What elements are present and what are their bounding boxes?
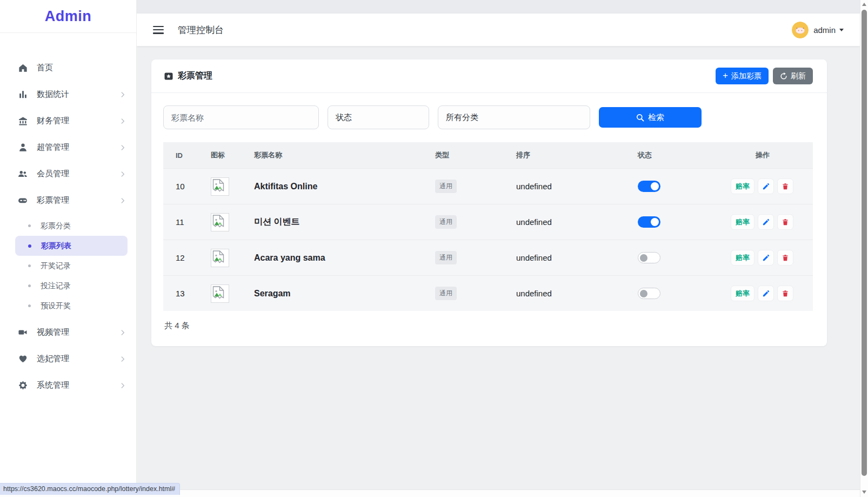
sidebar-subitem[interactable]: 投注记录 bbox=[15, 276, 128, 296]
chevron-right-icon bbox=[119, 355, 126, 363]
users-icon bbox=[17, 169, 28, 180]
row-type-cell: 通用 bbox=[435, 251, 516, 264]
lottery-table: ID图标彩票名称类型排序状态操作 10Aktifitas Online通用und… bbox=[163, 142, 813, 311]
bullet-icon bbox=[28, 304, 31, 307]
row-type-cell: 通用 bbox=[435, 287, 516, 300]
pencil-icon bbox=[762, 182, 770, 190]
video-icon bbox=[17, 327, 28, 338]
type-badge: 通用 bbox=[435, 215, 457, 229]
table-row: 13Seragam通用undefined赔率 bbox=[163, 275, 813, 311]
row-sort: undefined bbox=[516, 217, 638, 227]
row-actions: 赔率 bbox=[731, 286, 813, 301]
edit-button[interactable] bbox=[758, 178, 774, 194]
pencil-icon bbox=[762, 289, 770, 297]
odds-button[interactable]: 赔率 bbox=[731, 178, 755, 194]
sidebar-item-1[interactable]: 数据统计 bbox=[0, 81, 136, 108]
sidebar-item-label: 系统管理 bbox=[37, 380, 119, 390]
sidebar-item-label: 彩票管理 bbox=[37, 195, 119, 206]
sidebar-item-2[interactable]: 财务管理 bbox=[0, 108, 136, 134]
type-badge: 通用 bbox=[435, 180, 457, 193]
chevron-right-icon bbox=[119, 144, 126, 151]
sidebar-item-label: 超管管理 bbox=[37, 142, 119, 153]
scroll-up-arrow-icon[interactable] bbox=[862, 3, 866, 6]
delete-button[interactable] bbox=[777, 286, 793, 301]
table-row: 11미션 이벤트通用undefined赔率 bbox=[163, 204, 813, 240]
sidebar-subitem-label: 预设开奖 bbox=[41, 301, 71, 311]
row-actions: 赔率 bbox=[731, 178, 813, 194]
lottery-management-card: 彩票管理 + 添加彩票 刷新 bbox=[151, 59, 827, 346]
delete-button[interactable] bbox=[777, 178, 793, 194]
odds-button[interactable]: 赔率 bbox=[731, 250, 755, 266]
status-toggle[interactable] bbox=[638, 288, 660, 299]
refresh-icon bbox=[780, 72, 787, 80]
row-id: 10 bbox=[163, 182, 211, 191]
broken-image-icon bbox=[211, 213, 229, 231]
vertical-scrollbar[interactable] bbox=[860, 0, 868, 497]
toggle-knob bbox=[651, 218, 659, 226]
card-header: 彩票管理 + 添加彩票 刷新 bbox=[151, 59, 827, 93]
lottery-name: 미션 이벤트 bbox=[254, 216, 435, 228]
sidebar-item-8[interactable]: 系统管理 bbox=[0, 372, 136, 399]
edit-button[interactable] bbox=[758, 250, 774, 266]
sidebar-submenu: 彩票分类彩票列表开奖记录投注记录预设开奖 bbox=[0, 214, 136, 319]
pencil-icon bbox=[762, 218, 770, 226]
row-icon-cell bbox=[211, 177, 254, 196]
add-lottery-button[interactable]: + 添加彩票 bbox=[716, 68, 769, 84]
sidebar-item-0[interactable]: 首页 bbox=[0, 55, 136, 81]
total-count: 共 4 条 bbox=[151, 311, 827, 344]
lottery-name: Aktifitas Online bbox=[254, 182, 435, 191]
row-type-cell: 通用 bbox=[435, 180, 516, 193]
row-id: 13 bbox=[163, 289, 211, 298]
sidebar-subitem[interactable]: 开奖记录 bbox=[15, 256, 128, 276]
user-menu[interactable]: admin bbox=[792, 22, 844, 38]
refresh-button[interactable]: 刷新 bbox=[773, 68, 813, 84]
sidebar-item-4[interactable]: 会员管理 bbox=[0, 161, 136, 187]
chevron-right-icon bbox=[119, 170, 126, 178]
heart-icon bbox=[17, 354, 28, 365]
home-icon bbox=[17, 63, 28, 74]
lottery-name-input[interactable] bbox=[163, 105, 319, 129]
table-header-cell: 操作 bbox=[731, 150, 813, 160]
sidebar-subitem-label: 彩票分类 bbox=[41, 221, 71, 231]
sidebar-item-7[interactable]: 选妃管理 bbox=[0, 346, 136, 372]
edit-button[interactable] bbox=[758, 214, 774, 230]
status-toggle[interactable] bbox=[638, 216, 660, 228]
sidebar-subitem[interactable]: 预设开奖 bbox=[15, 296, 128, 316]
row-icon-cell bbox=[211, 213, 254, 231]
status-toggle[interactable] bbox=[638, 252, 660, 263]
sidebar-item-6[interactable]: 视频管理 bbox=[0, 319, 136, 346]
plus-icon: + bbox=[723, 71, 728, 80]
category-select[interactable] bbox=[438, 105, 590, 129]
status-select[interactable] bbox=[328, 105, 429, 129]
chevron-right-icon bbox=[119, 117, 126, 125]
avatar[interactable] bbox=[792, 22, 809, 38]
table-header-cell: 图标 bbox=[211, 150, 254, 160]
username: admin bbox=[813, 25, 836, 35]
odds-button[interactable]: 赔率 bbox=[731, 214, 755, 230]
sidebar-subitem[interactable]: 彩票列表 bbox=[15, 236, 128, 256]
odds-button[interactable]: 赔率 bbox=[731, 286, 755, 301]
sidebar-item-label: 首页 bbox=[37, 63, 126, 73]
chevron-right-icon bbox=[119, 91, 126, 98]
top-strip bbox=[137, 0, 860, 14]
delete-button[interactable] bbox=[777, 214, 793, 230]
status-toggle[interactable] bbox=[638, 181, 660, 192]
sidebar-subitem[interactable]: 彩票分类 bbox=[15, 216, 128, 236]
row-type-cell: 通用 bbox=[435, 215, 516, 229]
scroll-down-arrow-icon[interactable] bbox=[862, 491, 866, 494]
bank-icon bbox=[17, 116, 28, 127]
row-status-cell bbox=[638, 288, 731, 299]
ticket-star-icon bbox=[164, 72, 173, 81]
type-badge: 通用 bbox=[435, 251, 457, 264]
delete-button[interactable] bbox=[777, 250, 793, 266]
sidebar-item-3[interactable]: 超管管理 bbox=[0, 134, 136, 161]
admin-dashboard: Admin 首页数据统计财务管理超管管理会员管理彩票管理彩票分类彩票列表开奖记录… bbox=[0, 0, 868, 497]
sidebar-item-5[interactable]: 彩票管理 bbox=[0, 187, 136, 214]
lottery-name: Acara yang sama bbox=[254, 253, 435, 263]
toggle-knob bbox=[640, 254, 647, 262]
edit-button[interactable] bbox=[758, 286, 774, 301]
search-button[interactable]: 检索 bbox=[599, 107, 702, 128]
menu-toggle-icon[interactable] bbox=[153, 26, 164, 34]
vertical-scrollbar-thumb[interactable] bbox=[862, 10, 867, 476]
sidebar-item-label: 财务管理 bbox=[37, 116, 119, 126]
